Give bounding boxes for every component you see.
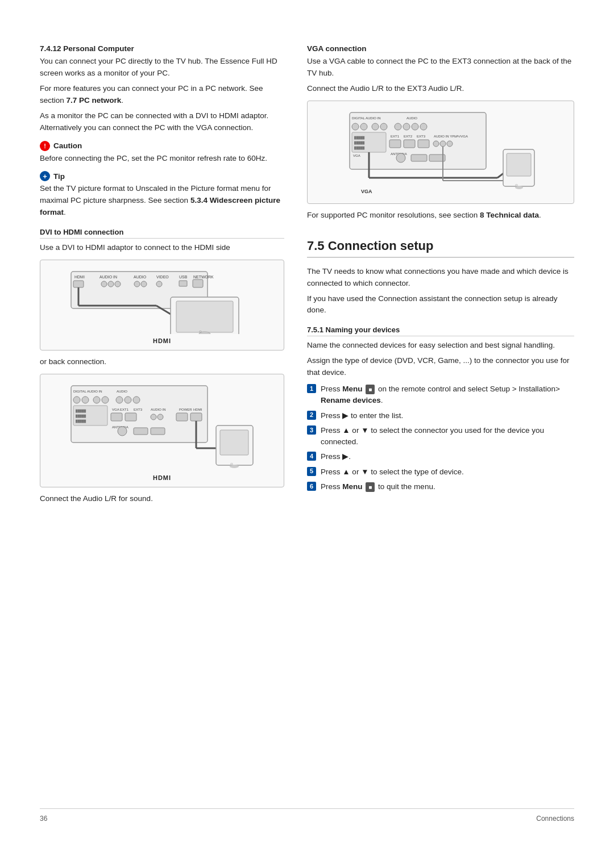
svg-text:▓▓▓▓▓: ▓▓▓▓▓ [354, 136, 365, 140]
pc-monitor-note: For supported PC monitor resolutions, se… [307, 210, 574, 222]
svg-point-46 [157, 414, 163, 420]
svg-text:○: ○ [199, 329, 202, 334]
step6-menu-word: Menu [342, 482, 362, 491]
svg-text:NETWORK: NETWORK [193, 275, 214, 279]
svg-point-11 [134, 281, 140, 287]
vga-para1: Use a VGA cable to connect the PC to the… [307, 56, 574, 80]
svg-rect-20 [176, 301, 233, 332]
svg-point-64 [372, 123, 379, 130]
step-2: 2 Press ▶ to enter the list. [307, 410, 574, 422]
svg-rect-81 [418, 140, 429, 148]
section-741-heading: 7.4.12 Personal Computer [40, 44, 284, 53]
svg-point-83 [440, 141, 446, 147]
caution-box: ! Caution Before connecting the PC, set … [40, 141, 284, 165]
step6-menu-btn: ■ [366, 482, 375, 492]
svg-text:HDMI: HDMI [193, 408, 202, 411]
svg-point-9 [108, 281, 114, 287]
svg-text:AUDIO: AUDIO [117, 390, 127, 393]
svg-rect-80 [404, 140, 415, 148]
svg-point-66 [395, 123, 401, 130]
svg-text:HDMI: HDMI [74, 275, 85, 279]
svg-rect-7 [73, 281, 84, 287]
svg-rect-51 [134, 428, 148, 435]
svg-text:VGA: VGA [353, 154, 360, 157]
hdmi-diagram-svg-2: DIGITAL AUDIO IN AUDIO ▓▓▓▓▓ ▓▓▓▓▓ ▓▓▓▓▓ [65, 380, 259, 471]
svg-point-10 [115, 281, 121, 287]
pc-monitor-end: . [539, 211, 541, 219]
hdmi-label-1: HDMI [153, 337, 171, 344]
page-footer: 36 Connections [40, 808, 574, 823]
vga-connection-heading: VGA connection [307, 44, 574, 53]
step-2-num: 2 [307, 411, 316, 420]
svg-text:EXT2: EXT2 [404, 135, 413, 138]
svg-rect-47 [176, 413, 188, 421]
para1: You can connect your PC directly to the … [40, 56, 284, 80]
svg-text:▓▓▓▓▓: ▓▓▓▓▓ [354, 141, 365, 145]
step-5: 5 Press ▲ or ▼ to select the type of dev… [307, 466, 574, 478]
svg-text:AUDIO: AUDIO [134, 275, 147, 279]
vga-para2: Connect the Audio L/R to the EXT3 Audio … [307, 83, 574, 95]
svg-rect-79 [389, 140, 401, 148]
right-column: VGA connection Use a VGA cable to connec… [307, 34, 574, 791]
svg-point-31 [125, 397, 131, 403]
svg-text:AUDIO: AUDIO [406, 116, 417, 120]
tip-end: . [64, 208, 66, 216]
para2: For more features you can connect your P… [40, 83, 284, 107]
step-5-text: Press ▲ or ▼ to select the type of devic… [321, 466, 464, 478]
tip-text: Set the TV picture format to Unscaled in… [40, 183, 284, 219]
svg-text:EXT1: EXT1 [391, 135, 400, 138]
dvi-hdmi-para: Use a DVI to HDMI adaptor to connect to … [40, 242, 284, 254]
svg-rect-43 [111, 413, 122, 421]
svg-text:VGA: VGA [361, 189, 372, 194]
svg-point-12 [141, 281, 147, 287]
svg-point-13 [156, 281, 162, 287]
svg-text:AUDIO IN: AUDIO IN [151, 408, 166, 411]
svg-point-62 [352, 123, 359, 130]
svg-rect-95 [507, 153, 531, 176]
svg-point-45 [151, 414, 156, 420]
svg-point-63 [360, 123, 367, 130]
section-75-heading: 7.5 Connection setup [307, 239, 574, 258]
section-75-intro1: The TV needs to know what connections yo… [307, 266, 574, 290]
svg-rect-87 [411, 155, 427, 161]
hdmi-diagram-1: HDMI AUDIO IN AUDIO VIDEO USB NETWORK [40, 260, 284, 350]
svg-text:USB: USB [179, 275, 188, 279]
hdmi-diagram-svg-1: HDMI AUDIO IN AUDIO VIDEO USB NETWORK [65, 266, 259, 334]
section-75-intro2: If you have used the Connection assistan… [307, 293, 574, 317]
para2-link: 7.7 PC network [67, 96, 122, 105]
svg-text:AUDIO IN YPbPr/VGA: AUDIO IN YPbPr/VGA [434, 135, 468, 138]
svg-text:VGA EXT1: VGA EXT1 [112, 408, 129, 411]
step-6: 6 Press Menu ■ to quit the menu. [307, 481, 574, 493]
svg-point-50 [118, 427, 127, 436]
step-1-text: Press Menu ■ on the remote control and s… [321, 383, 574, 407]
or-back-text: or back connection. [40, 356, 284, 368]
step-3-text: Press ▲ or ▼ to select the connector you… [321, 425, 574, 448]
section-751-intro2: Assign the type of device (DVD, VCR, Gam… [307, 355, 574, 379]
svg-rect-52 [151, 428, 165, 435]
para3: As a monitor the PC can be connected wit… [40, 110, 284, 134]
step-4: 4 Press ▶. [307, 451, 574, 462]
para2-end: . [121, 96, 123, 105]
svg-text:EXT3: EXT3 [134, 408, 143, 411]
audio-lr-text: Connect the Audio L/R for sound. [40, 493, 284, 505]
svg-point-26 [73, 397, 80, 403]
step-6-text: Press Menu ■ to quit the menu. [321, 481, 435, 493]
step-6-num: 6 [307, 482, 316, 491]
svg-point-82 [433, 141, 439, 147]
pc-monitor-text: For supported PC monitor resolutions, se… [307, 211, 480, 219]
dvi-hdmi-heading: DVI to HDMI connection [40, 228, 284, 239]
svg-rect-44 [125, 413, 136, 421]
section-label: Connections [536, 815, 574, 823]
vga-diagram-svg: DIGITAL AUDIO IN AUDIO ▓▓▓▓▓ ▓▓▓▓▓ ▓▓▓▓ [344, 107, 537, 198]
svg-text:▓▓▓▓▓: ▓▓▓▓▓ [76, 409, 86, 413]
svg-point-68 [412, 123, 418, 130]
tip-box: + Tip Set the TV picture format to Unsca… [40, 171, 284, 219]
step-5-num: 5 [307, 467, 316, 476]
page-number: 36 [40, 815, 47, 823]
section-751-intro1: Name the connected devices for easy sele… [307, 340, 574, 352]
step1-menu-btn: ■ [366, 385, 375, 394]
svg-rect-48 [190, 413, 202, 421]
svg-point-86 [396, 153, 405, 162]
step1-rename: Rename devices [321, 396, 381, 404]
svg-text:DIGITAL AUDIO IN: DIGITAL AUDIO IN [73, 390, 102, 393]
